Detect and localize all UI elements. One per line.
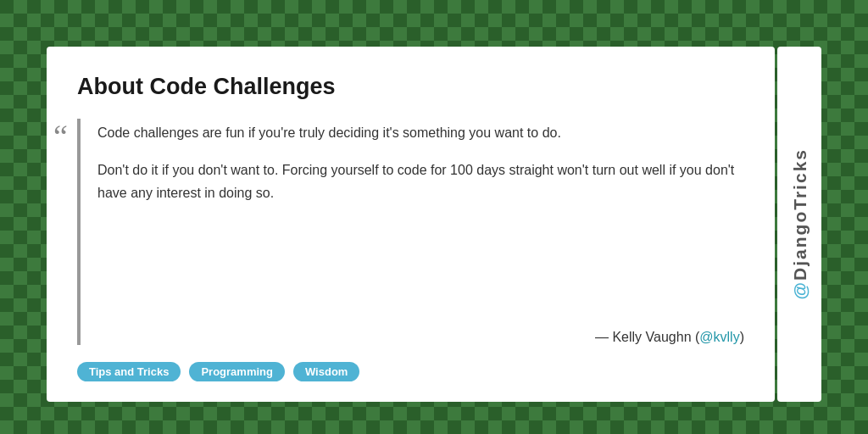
main-card: About Code Challenges “ Code challenges …	[47, 47, 775, 402]
attribution-prefix: — Kelly Vaughn (	[595, 330, 699, 344]
tag-tips-and-tricks[interactable]: Tips and Tricks	[77, 362, 181, 381]
site-name: DjangoTricks	[790, 148, 810, 281]
at-symbol: @	[790, 281, 810, 299]
card-title: About Code Challenges	[77, 74, 744, 100]
tag-wisdom[interactable]: Wisdom	[293, 362, 359, 381]
tags-container: Tips and Tricks Programming Wisdom	[77, 362, 744, 381]
quote-attribution: — Kelly Vaughn (@kvlly)	[97, 330, 744, 345]
quote-paragraph-2: Don't do it if you don't want to. Forcin…	[97, 159, 744, 204]
attribution-handle[interactable]: @kvlly	[699, 330, 739, 344]
quote-mark-icon: “	[53, 120, 68, 153]
quote-paragraph-1: Code challenges are fun if you're truly …	[97, 122, 744, 144]
tag-programming[interactable]: Programming	[189, 362, 285, 381]
side-label-panel: @DjangoTricks	[777, 47, 821, 402]
side-label-text: @DjangoTricks	[791, 148, 809, 299]
quote-container: “ Code challenges are fun if you're trul…	[77, 119, 744, 345]
quote-block: “ Code challenges are fun if you're trul…	[77, 119, 744, 345]
attribution-suffix: )	[740, 330, 744, 344]
quote-text: Code challenges are fun if you're truly …	[97, 119, 744, 204]
